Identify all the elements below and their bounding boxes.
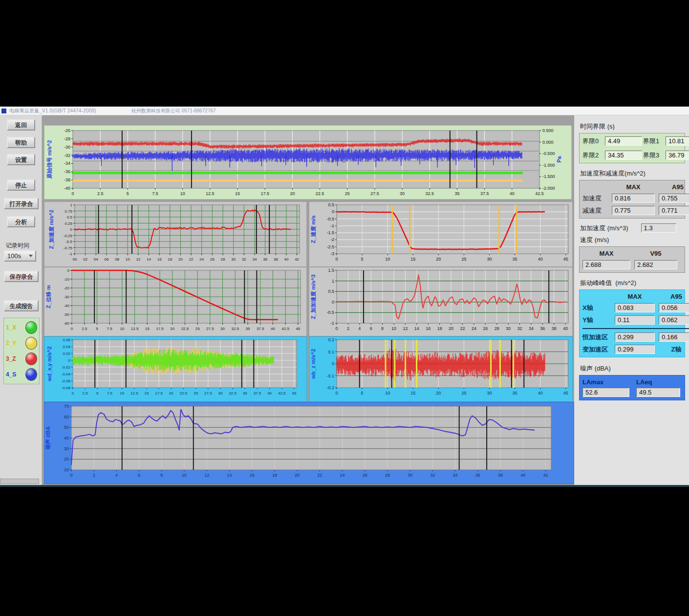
svg-text:-1: -1 xyxy=(330,223,334,228)
screen: 电梯乘运质量_V1.0(GB/T 24474-2009) 杭州数测科技有限公司 … xyxy=(0,0,689,616)
chart-z-acceleration[interactable]: 0002040608101214161820222426283032343638… xyxy=(44,201,307,267)
vibration-divider xyxy=(582,328,689,329)
svg-text:Pa: Pa xyxy=(556,155,562,162)
accel-col-max: MAX xyxy=(612,183,655,191)
window-title: 电梯乘运质量_V1.0(GB/T 24474-2009) xyxy=(9,108,96,114)
chart-z-velocity[interactable]: 0510152025303540450.50-0.5-1-1.5-2-2.5-3… xyxy=(309,201,573,267)
svg-text:38: 38 xyxy=(274,257,278,262)
svg-text:20: 20 xyxy=(64,457,69,462)
svg-text:22: 22 xyxy=(189,257,194,262)
noise-lamax-value: 52.6 xyxy=(582,388,629,397)
chart-noise-dba[interactable]: 0246810121416182022242628303234363840427… xyxy=(44,402,574,484)
svg-text:10: 10 xyxy=(120,327,124,331)
svg-text:30: 30 xyxy=(487,391,492,396)
channel-led-panel: 1_X 2_Y 3_Z 4_S xyxy=(3,318,40,384)
svg-text:-26: -26 xyxy=(64,128,70,133)
vib-z-axis-label: Z轴 xyxy=(659,345,689,354)
svg-text:0.06: 0.06 xyxy=(63,338,70,342)
svg-text:26: 26 xyxy=(210,257,215,262)
svg-text:0: 0 xyxy=(332,361,334,366)
vib-var-label: 变加速区 xyxy=(582,345,611,354)
svg-text:02: 02 xyxy=(83,257,87,262)
chart-wb-z-vibration[interactable]: 0510152025303540450.20.10-0.1-0.2wb_z m/… xyxy=(309,336,573,402)
svg-text:16: 16 xyxy=(250,473,255,478)
noise-section-title: 噪声 (dBA) xyxy=(580,364,685,373)
record-time-select[interactable]: 100s xyxy=(4,250,36,262)
jerk-label: 加加速度 xyxy=(580,224,605,233)
svg-text:10: 10 xyxy=(180,191,185,196)
svg-text:37.5: 37.5 xyxy=(480,191,489,196)
svg-text:10: 10 xyxy=(391,326,396,331)
svg-text:14: 14 xyxy=(227,473,232,478)
svg-text:24: 24 xyxy=(199,257,204,262)
help-button[interactable]: 帮助 xyxy=(7,137,35,148)
svg-text:17.5: 17.5 xyxy=(156,327,164,331)
svg-text:6: 6 xyxy=(370,326,372,331)
jerk-unit: (m/s^3) xyxy=(607,224,628,232)
vib-y-max: 0.11 xyxy=(615,315,655,325)
analyze-button[interactable]: 分析 xyxy=(7,216,35,227)
limit2-label: 界限2 xyxy=(582,151,604,160)
generate-report-button[interactable]: 生成报告 xyxy=(4,300,39,311)
settings-button[interactable]: 设置 xyxy=(7,154,35,165)
led-green-x xyxy=(25,321,37,334)
svg-text:-40: -40 xyxy=(64,304,69,308)
accel-row-label: 加速度 xyxy=(582,194,608,203)
svg-text:5: 5 xyxy=(96,327,98,331)
svg-text:32.5: 32.5 xyxy=(426,191,434,196)
svg-text:20: 20 xyxy=(290,191,295,196)
svg-text:25: 25 xyxy=(195,327,200,331)
save-record-button[interactable]: 保存录合 xyxy=(4,271,39,282)
svg-text:42: 42 xyxy=(295,257,299,262)
svg-text:-0.02: -0.02 xyxy=(62,365,71,370)
svg-text:17.5: 17.5 xyxy=(260,191,269,196)
svg-text:24: 24 xyxy=(340,473,345,478)
chart-wd-xy-vibration[interactable]: 02.557.51012.51517.52022.52527.53032.535… xyxy=(44,336,307,402)
speed-col-v95: V95 xyxy=(634,250,677,257)
results-panel: 时间界限 (s) 界限0 4.49 界限1 10.81 界限2 34.35 界限… xyxy=(574,115,689,485)
vib-x-a95: 0.056 xyxy=(659,303,689,312)
svg-text:22.5: 22.5 xyxy=(316,191,324,196)
return-button[interactable]: 返回 xyxy=(7,119,35,131)
svg-text:12.5: 12.5 xyxy=(130,391,138,396)
svg-text:0.2: 0.2 xyxy=(328,337,334,342)
svg-text:-20: -20 xyxy=(64,286,69,290)
led-row-z: 3_Z xyxy=(6,351,37,367)
svg-text:22: 22 xyxy=(460,326,465,331)
limit0-field[interactable]: 4.49 xyxy=(605,136,642,146)
svg-text:0.04: 0.04 xyxy=(63,345,70,349)
chart-z-displacement[interactable]: 02.557.51012.51517.52022.52527.53032.535… xyxy=(44,267,307,336)
svg-text:27.5: 27.5 xyxy=(204,391,212,396)
svg-text:32: 32 xyxy=(517,326,522,331)
svg-text:14: 14 xyxy=(414,326,419,331)
svg-text:0: 0 xyxy=(332,209,334,214)
vib-col-a95: A95 xyxy=(659,293,689,300)
svg-text:40: 40 xyxy=(510,191,515,196)
chart-z-jerk[interactable]: 02468101214161820222426283032343638401.5… xyxy=(309,267,573,336)
svg-text:15: 15 xyxy=(410,257,415,262)
svg-text:10: 10 xyxy=(64,467,69,472)
chart-raw-signal[interactable]: 02.557.51012.51517.52022.52527.53032.535… xyxy=(44,125,572,199)
svg-text:0.5: 0.5 xyxy=(328,202,334,207)
svg-text:0.02: 0.02 xyxy=(63,352,70,356)
svg-text:70: 70 xyxy=(64,404,69,409)
limit1-field[interactable]: 10.81 xyxy=(666,136,689,146)
svg-text:0.75: 0.75 xyxy=(65,209,72,214)
svg-text:40: 40 xyxy=(563,326,568,331)
svg-text:42.5: 42.5 xyxy=(281,327,289,331)
open-record-button[interactable]: 打开录合 xyxy=(4,198,39,209)
vib-y-label: Y轴 xyxy=(582,316,611,325)
svg-text:2: 2 xyxy=(347,326,349,331)
svg-text:20: 20 xyxy=(436,257,441,262)
horizontal-scrollbar[interactable] xyxy=(0,479,39,484)
svg-text:12: 12 xyxy=(403,326,408,331)
noise-results-box: LAmax LAeq 52.6 49.5 xyxy=(579,375,685,400)
stop-button[interactable]: 停止 xyxy=(7,179,35,191)
svg-text:8: 8 xyxy=(160,473,163,478)
limit2-field[interactable]: 34.35 xyxy=(605,151,642,160)
svg-text:7.5: 7.5 xyxy=(107,327,113,331)
limit3-field[interactable]: 36.79 xyxy=(666,151,689,160)
svg-text:34: 34 xyxy=(453,473,458,478)
svg-text:20: 20 xyxy=(178,257,183,262)
svg-text:0.5: 0.5 xyxy=(67,215,73,220)
